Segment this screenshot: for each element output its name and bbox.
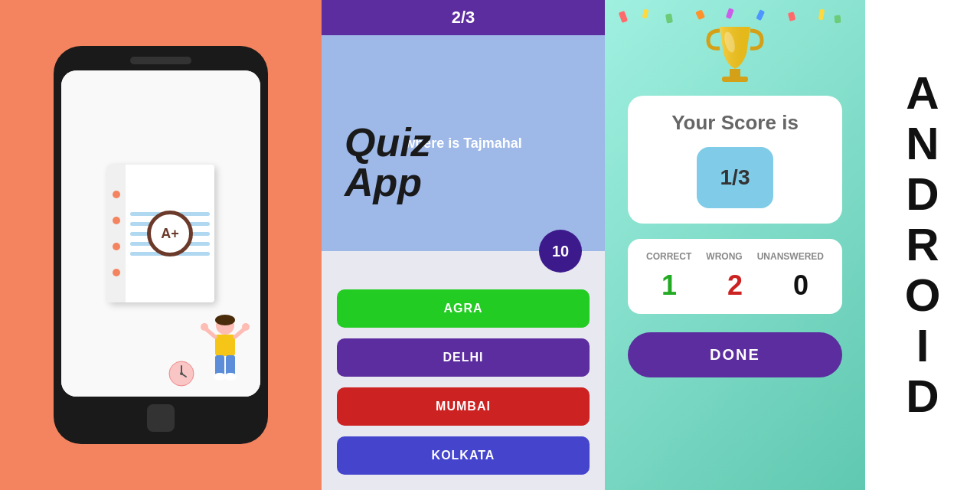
svg-point-7 (214, 373, 226, 381)
quiz-question-text: where is Tajmahal (389, 120, 537, 167)
hole-3 (113, 243, 120, 250)
android-letter-a: A (906, 68, 939, 119)
android-letter-o: O (905, 270, 941, 321)
paper-holes (107, 165, 126, 302)
svg-point-9 (201, 323, 208, 331)
stats-headers: CORRECT WRONG UNANSWERED (646, 251, 824, 262)
svg-rect-15 (619, 11, 628, 23)
quiz-section: 2/3 where is Tajmahal 10 QuizApp AGRA DE… (322, 0, 605, 490)
girl-character (197, 314, 254, 390)
phone-notch (130, 57, 191, 64)
score-value: 1/3 (697, 147, 773, 208)
quiz-question-area: where is Tajmahal 10 (322, 35, 605, 251)
unanswered-header: UNANSWERED (757, 251, 824, 262)
hole-1 (113, 191, 120, 198)
quiz-progress-text: 2/3 (452, 8, 475, 27)
grade-badge: A+ (147, 211, 193, 256)
quiz-timer: 10 (539, 230, 582, 273)
answer-mumbai-button[interactable]: MUMBAI (337, 387, 590, 426)
svg-rect-19 (788, 11, 796, 21)
phone-home-button (147, 404, 175, 432)
quiz-answers-container: AGRA DELHI MUMBAI KOLKATA (322, 251, 605, 490)
stats-values: 1 2 0 (646, 270, 824, 302)
android-letter-n: N (906, 119, 939, 169)
svg-point-10 (242, 323, 250, 331)
wrong-value: 2 (712, 270, 758, 302)
svg-rect-22 (726, 8, 734, 19)
svg-rect-17 (665, 13, 673, 23)
svg-point-8 (224, 373, 237, 381)
score-section: Your Score is 1/3 CORRECT WRONG UNANSWER… (605, 0, 865, 490)
done-button[interactable]: DONE (628, 332, 842, 377)
phone-screen: A+ (61, 70, 260, 397)
svg-rect-24 (730, 69, 740, 77)
android-letter-i: I (916, 321, 929, 371)
unanswered-value: 0 (778, 270, 824, 302)
hole-2 (113, 217, 120, 224)
hole-4 (113, 269, 120, 276)
correct-header: CORRECT (646, 251, 691, 262)
clock-icon (168, 360, 195, 390)
score-card: Your Score is 1/3 (628, 96, 842, 224)
svg-rect-23 (835, 15, 841, 24)
svg-rect-16 (642, 8, 649, 18)
paper-document: A+ (107, 165, 214, 302)
quiz-progress-header: 2/3 (322, 0, 605, 35)
wrong-header: WRONG (706, 251, 742, 262)
answer-agra-button[interactable]: AGRA (337, 289, 590, 328)
phone-content: A+ (61, 70, 260, 397)
trophy-icon (701, 19, 769, 88)
android-letters-container: A N D R O I D (905, 68, 941, 422)
phone-section: A+ (0, 0, 322, 490)
svg-point-1 (215, 315, 235, 325)
android-letter-d: D (906, 169, 939, 220)
svg-rect-25 (722, 77, 748, 82)
answer-kolkata-button[interactable]: KOLKATA (337, 436, 590, 475)
android-section: A N D R O I D (865, 0, 980, 490)
correct-value: 1 (646, 270, 692, 302)
svg-rect-20 (818, 9, 825, 21)
trophy-area (605, 8, 865, 88)
answer-delhi-button[interactable]: DELHI (337, 338, 590, 377)
phone-device: A+ (54, 46, 268, 444)
android-letter-d2: D (906, 371, 939, 422)
score-title: Your Score is (671, 111, 799, 135)
android-letter-r: R (906, 220, 939, 270)
svg-rect-2 (215, 335, 235, 356)
stats-card: CORRECT WRONG UNANSWERED 1 2 0 (628, 239, 842, 314)
